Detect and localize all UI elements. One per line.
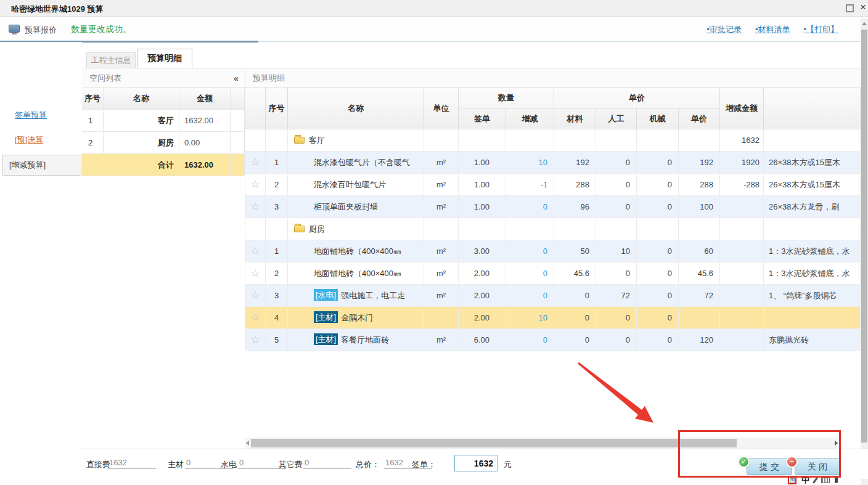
item-unit: m² [424,196,459,218]
horizontal-scrollbar[interactable] [245,438,841,449]
ime-keyboard-icon[interactable] [821,478,830,483]
qty-sign: 1.00 [459,196,506,218]
favorite-star-icon[interactable]: ☆ [245,263,266,284]
price-labor: 0 [596,307,637,328]
item-row-混水漆包暖气片（不含暖气[interactable]: ☆1混水漆包暖气片（不含暖气m²1.001019200192192026×38木… [245,152,860,174]
favorite-star-icon[interactable]: ☆ [245,329,266,351]
item-name: 地面铺地砖（400×400㎜ [288,240,424,262]
tab-budget-detail[interactable]: 预算明细 [137,49,192,68]
unit-price: 100 [679,196,720,218]
item-row-强电施工，电工走[interactable]: ☆3[水电]强电施工，电工走m²2.0000720721、 “鸽牌”多股铜芯 [245,285,860,307]
sidebar-item-0[interactable]: 签单预算 [15,110,47,121]
submit-button[interactable]: 提 交 [747,459,792,475]
group-change-amount: 1632 [720,129,764,151]
group-row-客厅[interactable]: 客厅1632 [245,129,860,152]
item-name-text: 强电施工，电工走 [341,291,405,300]
space-table-header: 序号 名称 金额 [82,88,245,110]
qty-sign: 2.00 [459,307,506,328]
item-row-客餐厅地面砖[interactable]: ☆5[主材]客餐厅地面砖m²6.000000120东鹏抛光砖 [245,329,860,351]
sidebar-item-2[interactable]: [增减预算] [2,155,81,176]
tab-project-info[interactable]: 工程主信息 [86,52,136,68]
collapse-panel-icon[interactable]: « [234,68,239,88]
space-row-厨房[interactable]: 2厨房0.00 [82,132,245,154]
ime-language-icon[interactable]: 中 [801,475,809,485]
detail-panel-header: 预算明细 [245,68,861,88]
cell [245,218,266,240]
favorite-star-icon[interactable]: ☆ [245,285,266,306]
submit-check-icon: ✓ [738,456,750,468]
vertical-scrollbar-thumb[interactable] [861,30,867,442]
price-material: 96 [554,196,596,218]
price-labor: 0 [596,329,637,351]
ime-flag-icon[interactable]: 国 [788,476,796,484]
unit-price: 45.6 [679,263,720,284]
group-change-amount [720,218,764,240]
sidebar-item-1[interactable]: [预]决算 [15,134,43,145]
item-seq: 3 [266,196,288,218]
sidebar: 签单预算[预]决算[增减预算] [0,42,82,485]
toolbar-underline-light [258,41,868,42]
item-name: 混水漆包暖气片（不含暖气 [288,152,424,173]
cell [266,218,288,240]
ime-pen-icon[interactable] [813,477,818,484]
price-labor: 0 [596,263,637,284]
item-row-地面铺地砖（400×400㎜[interactable]: ☆2地面铺地砖（400×400㎜m²2.00045.60045.61：3水泥砂浆… [245,263,860,285]
toolbar-link-0[interactable]: •审批记录 [706,25,742,34]
unit-price: 60 [679,240,720,262]
price-labor: 0 [596,174,637,195]
cell: 厨房 [104,132,179,153]
item-row-柜顶单面夹板封墙[interactable]: ☆3柜顶单面夹板封墙m²1.000960010026×38木方龙骨，刷 [245,196,860,218]
price-machine: 0 [637,152,679,173]
change-amount [720,307,764,328]
cell [231,132,245,153]
scroll-up-icon[interactable] [862,22,867,25]
item-remark: 1、 “鸽牌”多股铜芯 [764,285,861,306]
space-total-row[interactable]: 合计1632.00 [82,154,245,176]
toolbar-link-1[interactable]: •材料清单 [755,25,790,34]
change-amount: -288 [720,174,764,195]
item-name: [主材]客餐厅地面砖 [288,329,424,351]
item-row-地面铺地砖（400×400㎜[interactable]: ☆1地面铺地砖（400×400㎜m²3.00050100601：3水泥砂浆铺底，… [245,240,860,263]
favorite-star-icon[interactable]: ☆ [245,174,266,195]
space-row-客厅[interactable]: 1客厅1632.00 [82,110,245,132]
maximize-icon[interactable] [846,4,854,12]
sign-total-input[interactable] [454,455,497,471]
group-row-厨房[interactable]: 厨房 [245,218,860,240]
qty-change: 10 [506,307,554,328]
price-material: 0 [554,285,596,306]
toolbar-link-2[interactable]: •【打印】 [803,25,838,34]
horizontal-scrollbar-thumb[interactable] [251,439,737,447]
favorite-star-icon[interactable]: ☆ [245,196,266,218]
cell [764,218,861,240]
col-change-amount: 增减金额 [720,88,764,129]
item-unit: m² [424,263,459,284]
ime-menu-icon[interactable] [835,477,838,483]
item-row-金隅木门[interactable]: ☆4[主材]金隅木门2.0010000 [245,307,860,329]
item-row-混水漆百叶包暖气片[interactable]: ☆2混水漆百叶包暖气片m²1.00-128800288-28826×38木方或1… [245,174,860,196]
change-amount [720,263,764,284]
favorite-star-icon[interactable]: ☆ [245,240,266,262]
vertical-scrollbar[interactable] [861,18,868,485]
favorite-column-header [245,88,266,129]
cell [231,154,245,176]
change-amount [720,196,764,218]
item-unit: m² [424,174,459,195]
qty-change: 10 [506,152,554,173]
scroll-left-icon[interactable] [246,441,249,446]
toolbar: 预算报价 数量更改成功。 •审批记录•材料清单•【打印】 [0,17,868,42]
favorite-star-icon[interactable]: ☆ [245,307,266,328]
favorite-star-icon[interactable]: ☆ [245,152,266,173]
item-name-text: 金隅木门 [341,313,373,322]
item-unit: m² [424,329,459,351]
close-icon[interactable]: × [858,1,868,14]
badge-主材: [主材] [314,311,338,323]
group-name: 厨房 [309,218,325,240]
item-seq: 5 [266,329,288,351]
col-qty-sign: 签单 [459,108,506,129]
cell [554,129,596,151]
window-title: 哈密绿地世界城1029 预算 [11,4,104,15]
item-name-text: 混水漆百叶包暖气片 [314,180,386,189]
scroll-right-icon[interactable] [835,441,838,446]
close-button[interactable]: 关 闭 [795,459,840,475]
cell [554,218,596,240]
